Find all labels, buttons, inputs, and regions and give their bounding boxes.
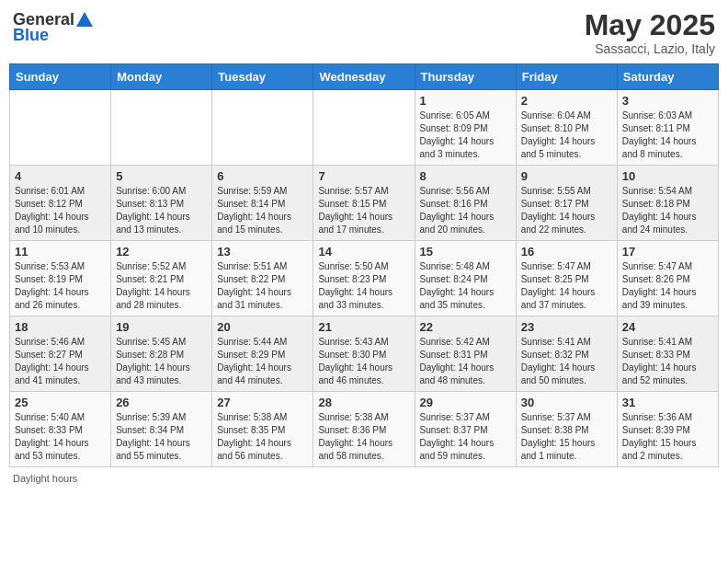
- location: Sassacci, Lazio, Italy: [585, 41, 715, 56]
- day-number: 27: [217, 396, 308, 409]
- day-info: Sunrise: 5:43 AM Sunset: 8:30 PM Dayligh…: [318, 336, 409, 387]
- calendar-cell: 9Sunrise: 5:55 AM Sunset: 8:17 PM Daylig…: [516, 166, 617, 241]
- day-info: Sunrise: 5:53 AM Sunset: 8:19 PM Dayligh…: [15, 260, 106, 312]
- day-info: Sunrise: 5:47 AM Sunset: 8:25 PM Dayligh…: [521, 260, 612, 312]
- day-info: Sunrise: 5:39 AM Sunset: 8:34 PM Dayligh…: [116, 411, 207, 463]
- day-number: 16: [521, 245, 612, 259]
- day-info: Sunrise: 6:04 AM Sunset: 8:10 PM Dayligh…: [521, 109, 612, 161]
- calendar-cell: 17Sunrise: 5:47 AM Sunset: 8:26 PM Dayli…: [617, 241, 718, 316]
- svg-marker-0: [76, 12, 93, 27]
- calendar-day-header: Wednesday: [313, 64, 415, 90]
- day-number: 2: [521, 94, 612, 108]
- day-info: Sunrise: 6:03 AM Sunset: 8:11 PM Dayligh…: [622, 109, 713, 161]
- day-number: 28: [318, 396, 409, 409]
- logo-icon: [74, 9, 95, 29]
- calendar-cell: 5Sunrise: 6:00 AM Sunset: 8:13 PM Daylig…: [111, 166, 212, 241]
- day-number: 26: [116, 396, 207, 409]
- calendar-cell: 4Sunrise: 6:01 AM Sunset: 8:12 PM Daylig…: [10, 166, 111, 241]
- day-number: 5: [116, 169, 207, 183]
- day-info: Sunrise: 5:50 AM Sunset: 8:23 PM Dayligh…: [318, 260, 409, 312]
- calendar-cell: 16Sunrise: 5:47 AM Sunset: 8:25 PM Dayli…: [516, 241, 617, 316]
- calendar-cell: 6Sunrise: 5:59 AM Sunset: 8:14 PM Daylig…: [212, 166, 313, 241]
- day-info: Sunrise: 5:45 AM Sunset: 8:28 PM Dayligh…: [116, 336, 207, 387]
- day-number: 14: [318, 245, 409, 259]
- day-number: 4: [15, 169, 106, 183]
- day-number: 20: [217, 320, 308, 334]
- day-info: Sunrise: 5:42 AM Sunset: 8:31 PM Dayligh…: [420, 336, 511, 387]
- title-area: May 2025 Sassacci, Lazio, Italy: [585, 9, 715, 56]
- day-info: Sunrise: 6:00 AM Sunset: 8:13 PM Dayligh…: [116, 185, 207, 236]
- day-info: Sunrise: 5:55 AM Sunset: 8:17 PM Dayligh…: [521, 185, 612, 236]
- day-number: 17: [622, 245, 713, 259]
- calendar-cell: 2Sunrise: 6:04 AM Sunset: 8:10 PM Daylig…: [516, 90, 617, 166]
- day-info: Sunrise: 5:54 AM Sunset: 8:18 PM Dayligh…: [622, 185, 713, 236]
- calendar-day-header: Sunday: [10, 64, 111, 90]
- page-header: General Blue May 2025 Sassacci, Lazio, I…: [9, 9, 719, 56]
- calendar-cell: 18Sunrise: 5:46 AM Sunset: 8:27 PM Dayli…: [10, 316, 111, 392]
- day-number: 11: [15, 245, 106, 259]
- day-number: 24: [622, 320, 713, 334]
- day-number: 10: [622, 169, 713, 183]
- day-info: Sunrise: 5:41 AM Sunset: 8:33 PM Dayligh…: [622, 336, 713, 387]
- month-title: May 2025: [585, 9, 715, 41]
- calendar-cell: 3Sunrise: 6:03 AM Sunset: 8:11 PM Daylig…: [617, 90, 718, 166]
- day-info: Sunrise: 6:05 AM Sunset: 8:09 PM Dayligh…: [420, 109, 511, 161]
- day-info: Sunrise: 5:38 AM Sunset: 8:35 PM Dayligh…: [217, 411, 308, 463]
- calendar-week-row: 1Sunrise: 6:05 AM Sunset: 8:09 PM Daylig…: [10, 90, 719, 166]
- day-info: Sunrise: 5:37 AM Sunset: 8:38 PM Dayligh…: [521, 411, 612, 463]
- day-number: 12: [116, 245, 207, 259]
- calendar-cell: 8Sunrise: 5:56 AM Sunset: 8:16 PM Daylig…: [415, 166, 516, 241]
- calendar-cell: 1Sunrise: 6:05 AM Sunset: 8:09 PM Daylig…: [415, 90, 516, 166]
- day-number: 25: [15, 396, 106, 409]
- day-number: 22: [420, 320, 511, 334]
- calendar-cell: 29Sunrise: 5:37 AM Sunset: 8:37 PM Dayli…: [415, 392, 516, 467]
- day-info: Sunrise: 6:01 AM Sunset: 8:12 PM Dayligh…: [15, 185, 106, 236]
- day-number: 15: [420, 245, 511, 259]
- calendar-cell: 22Sunrise: 5:42 AM Sunset: 8:31 PM Dayli…: [415, 316, 516, 392]
- calendar-cell: 11Sunrise: 5:53 AM Sunset: 8:19 PM Dayli…: [10, 241, 111, 316]
- calendar-cell: 27Sunrise: 5:38 AM Sunset: 8:35 PM Dayli…: [212, 392, 313, 467]
- day-info: Sunrise: 5:57 AM Sunset: 8:15 PM Dayligh…: [318, 185, 409, 236]
- calendar-cell: 15Sunrise: 5:48 AM Sunset: 8:24 PM Dayli…: [415, 241, 516, 316]
- day-number: 29: [420, 396, 511, 409]
- day-info: Sunrise: 5:52 AM Sunset: 8:21 PM Dayligh…: [116, 260, 207, 312]
- day-number: 19: [116, 320, 207, 334]
- calendar-cell: 13Sunrise: 5:51 AM Sunset: 8:22 PM Dayli…: [212, 241, 313, 316]
- calendar-day-header: Tuesday: [212, 64, 313, 90]
- calendar-week-row: 25Sunrise: 5:40 AM Sunset: 8:33 PM Dayli…: [10, 392, 719, 467]
- day-number: 1: [420, 94, 511, 108]
- calendar-cell: [313, 90, 415, 166]
- calendar-cell: [111, 90, 212, 166]
- calendar-cell: 23Sunrise: 5:41 AM Sunset: 8:32 PM Dayli…: [516, 316, 617, 392]
- day-info: Sunrise: 5:51 AM Sunset: 8:22 PM Dayligh…: [217, 260, 308, 312]
- day-number: 30: [521, 396, 612, 409]
- logo-blue: Blue: [13, 26, 49, 45]
- day-info: Sunrise: 5:38 AM Sunset: 8:36 PM Dayligh…: [318, 411, 409, 463]
- day-number: 6: [217, 169, 308, 183]
- calendar-cell: 12Sunrise: 5:52 AM Sunset: 8:21 PM Dayli…: [111, 241, 212, 316]
- calendar-cell: 10Sunrise: 5:54 AM Sunset: 8:18 PM Dayli…: [617, 166, 718, 241]
- calendar-cell: 21Sunrise: 5:43 AM Sunset: 8:30 PM Dayli…: [313, 316, 415, 392]
- day-number: 23: [521, 320, 612, 334]
- day-info: Sunrise: 5:48 AM Sunset: 8:24 PM Dayligh…: [420, 260, 511, 312]
- calendar-week-row: 11Sunrise: 5:53 AM Sunset: 8:19 PM Dayli…: [10, 241, 719, 316]
- calendar-table: SundayMondayTuesdayWednesdayThursdayFrid…: [9, 63, 719, 467]
- calendar-day-header: Thursday: [415, 64, 516, 90]
- calendar-day-header: Saturday: [617, 64, 718, 90]
- day-info: Sunrise: 5:37 AM Sunset: 8:37 PM Dayligh…: [420, 411, 511, 463]
- day-info: Sunrise: 5:46 AM Sunset: 8:27 PM Dayligh…: [15, 336, 106, 387]
- calendar-cell: [212, 90, 313, 166]
- day-number: 8: [420, 169, 511, 183]
- day-info: Sunrise: 5:47 AM Sunset: 8:26 PM Dayligh…: [622, 260, 713, 312]
- day-info: Sunrise: 5:44 AM Sunset: 8:29 PM Dayligh…: [217, 336, 308, 387]
- calendar-cell: 20Sunrise: 5:44 AM Sunset: 8:29 PM Dayli…: [212, 316, 313, 392]
- day-number: 9: [521, 169, 612, 183]
- day-number: 31: [622, 396, 713, 409]
- calendar-cell: 24Sunrise: 5:41 AM Sunset: 8:33 PM Dayli…: [617, 316, 718, 392]
- day-info: Sunrise: 5:56 AM Sunset: 8:16 PM Dayligh…: [420, 185, 511, 236]
- day-info: Sunrise: 5:36 AM Sunset: 8:39 PM Dayligh…: [622, 411, 713, 463]
- calendar-cell: 25Sunrise: 5:40 AM Sunset: 8:33 PM Dayli…: [10, 392, 111, 467]
- calendar-day-header: Friday: [516, 64, 617, 90]
- calendar-cell: 31Sunrise: 5:36 AM Sunset: 8:39 PM Dayli…: [617, 392, 718, 467]
- calendar-cell: 26Sunrise: 5:39 AM Sunset: 8:34 PM Dayli…: [111, 392, 212, 467]
